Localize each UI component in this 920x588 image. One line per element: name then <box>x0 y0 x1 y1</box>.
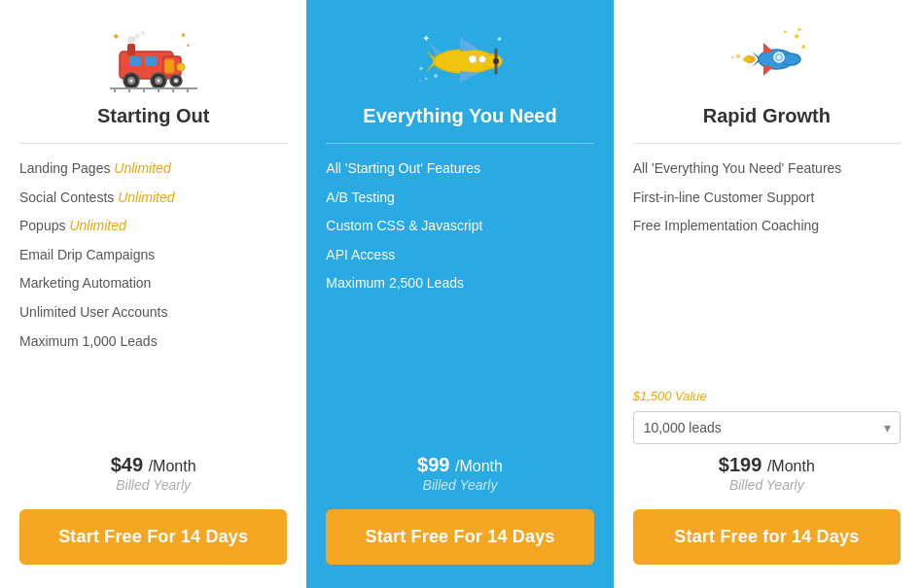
price-billing: Billed Yearly <box>116 477 191 493</box>
price-billing: Billed Yearly <box>729 477 804 493</box>
leads-selector-container: 10,000 leads 25,000 leads 50,000 leads 1… <box>633 411 901 444</box>
svg-text:✦: ✦ <box>796 26 802 33</box>
cta-button-starting-out[interactable]: Start Free For 14 Days <box>19 509 287 565</box>
plan-starting-out: ✦ ✦ ✦ <box>0 0 306 588</box>
svg-marker-33 <box>460 37 479 52</box>
svg-rect-2 <box>127 44 135 55</box>
features-list-rapid-growth: All 'Everything You Need' Features First… <box>633 159 901 373</box>
svg-text:✦: ✦ <box>186 43 191 49</box>
price-billing: Billed Yearly <box>423 477 498 493</box>
price-amount: $199 /Month <box>719 454 815 475</box>
plan-title-starting-out: Starting Out <box>97 105 210 127</box>
list-item: First-in-line Customer Support <box>633 189 901 208</box>
svg-text:✦: ✦ <box>112 31 120 42</box>
svg-point-46 <box>419 80 421 82</box>
svg-marker-34 <box>460 71 479 83</box>
unlimited-badge: Unlimited <box>69 218 125 233</box>
plan-everything-you-need: ✦ ✦ ✦ Everything You Need All 'Starting … <box>306 0 613 588</box>
list-item: Unlimited User Accounts <box>19 303 287 323</box>
pricing-container: ✦ ✦ ✦ <box>0 0 920 588</box>
price-amount: $49 /Month <box>111 454 196 475</box>
svg-text:✦: ✦ <box>422 33 430 44</box>
svg-point-62 <box>731 55 734 58</box>
plan-title-everything-you-need: Everything You Need <box>363 105 556 127</box>
svg-point-3 <box>127 36 135 44</box>
svg-point-45 <box>424 77 427 80</box>
list-item: Marketing Automation <box>19 274 287 294</box>
list-item: Email Drip Campaigns <box>19 246 287 265</box>
svg-point-17 <box>157 79 159 82</box>
train-icon: ✦ ✦ ✦ <box>110 19 197 97</box>
svg-point-40 <box>493 58 499 64</box>
svg-text:✦: ✦ <box>180 31 187 40</box>
list-item: Free Implementation Coaching <box>633 217 901 236</box>
svg-point-35 <box>469 55 477 63</box>
svg-marker-37 <box>430 44 443 54</box>
features-list-everything-you-need: All 'Starting Out' Features A/B Testing … <box>326 159 593 438</box>
svg-point-56 <box>743 56 751 61</box>
value-note: $1,500 Value <box>633 389 901 403</box>
divider-rapid-growth <box>633 143 901 144</box>
svg-text:✦: ✦ <box>783 29 788 35</box>
svg-marker-32 <box>426 61 436 73</box>
list-item: Social Contests Unlimited <box>19 189 287 208</box>
cta-button-everything-you-need[interactable]: Start Free For 14 Days <box>326 509 593 565</box>
svg-point-4 <box>134 33 140 39</box>
svg-point-5 <box>140 30 145 35</box>
plane-icon: ✦ ✦ ✦ <box>416 19 504 97</box>
price-amount: $99 /Month <box>417 454 503 475</box>
list-item: All 'Everything You Need' Features <box>633 159 901 179</box>
svg-point-44 <box>434 74 438 78</box>
svg-point-20 <box>174 79 177 82</box>
svg-point-54 <box>777 54 782 59</box>
svg-rect-9 <box>129 56 141 66</box>
unlimited-badge: Unlimited <box>118 190 174 205</box>
list-item: Custom CSS & Javascript <box>326 217 593 236</box>
svg-point-14 <box>129 79 132 82</box>
list-item: Maximum 2,500 Leads <box>326 274 593 294</box>
cta-button-rapid-growth[interactable]: Start Free for 14 Days <box>633 509 901 565</box>
svg-point-61 <box>736 54 740 58</box>
unlimited-badge: Unlimited <box>114 160 170 176</box>
svg-point-36 <box>478 55 485 62</box>
list-item: API Access <box>326 246 593 265</box>
list-item: Landing Pages Unlimited <box>19 159 287 179</box>
plan-title-rapid-growth: Rapid Growth <box>703 105 831 127</box>
divider-everything-you-need <box>326 143 593 144</box>
svg-rect-11 <box>164 59 174 73</box>
svg-text:✦: ✦ <box>496 35 503 44</box>
svg-text:✦: ✦ <box>418 65 424 72</box>
plan-rapid-growth: ✦ ✦ ✦ ✦ Rapid Growth All 'Everything You… <box>614 0 920 588</box>
price-block-rapid-growth: $199 /Month Billed Yearly <box>719 454 815 494</box>
features-list-starting-out: Landing Pages Unlimited Social Contests … <box>19 159 287 438</box>
price-block-starting-out: $49 /Month Billed Yearly <box>111 454 196 494</box>
svg-point-28 <box>177 63 185 71</box>
list-item: All 'Starting Out' Features <box>326 159 593 179</box>
svg-text:✦: ✦ <box>800 43 807 52</box>
rocket-icon: ✦ ✦ ✦ ✦ <box>723 19 810 97</box>
leads-selector[interactable]: 10,000 leads 25,000 leads 50,000 leads 1… <box>633 411 901 444</box>
divider-starting-out <box>19 143 287 144</box>
list-item: Maximum 1,000 Leads <box>19 332 287 352</box>
leads-selector-wrap: 10,000 leads 25,000 leads 50,000 leads 1… <box>633 411 901 444</box>
list-item: Popups Unlimited <box>19 217 287 236</box>
price-block-everything-you-need: $99 /Month Billed Yearly <box>417 454 503 494</box>
list-item: A/B Testing <box>326 189 593 208</box>
svg-rect-10 <box>145 56 157 66</box>
